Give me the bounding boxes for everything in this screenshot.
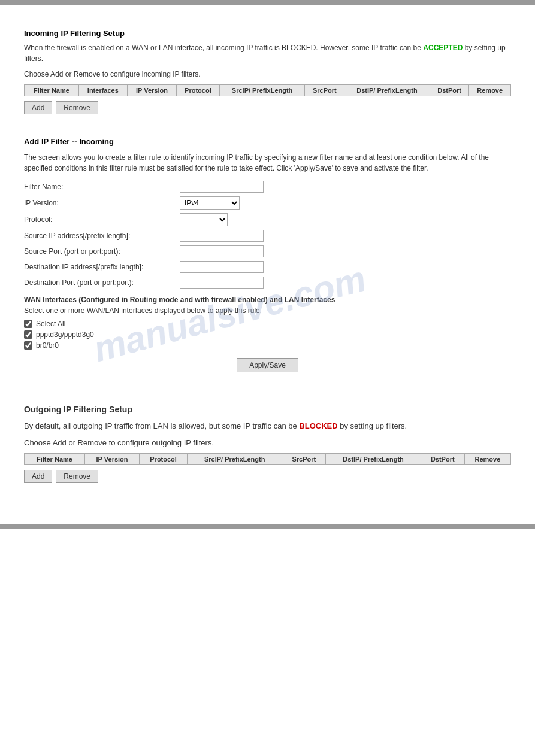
section-divider-1 xyxy=(24,119,511,137)
incoming-remove-button[interactable]: Remove xyxy=(56,101,98,114)
outgoing-description2: Choose Add or Remove to configure outgoi… xyxy=(24,437,511,449)
outgoing-filter-table: Filter NameIP VersionProtocolSrcIP/ Pref… xyxy=(24,453,511,465)
ip-version-row: IP Version: IPv4IPv6 xyxy=(24,196,511,210)
incoming-table-wrapper: Filter NameInterfacesIP VersionProtocolS… xyxy=(24,84,511,96)
source-ip-input[interactable] xyxy=(180,230,264,242)
incoming-table-header: IP Version xyxy=(127,85,176,96)
dest-ip-label: Destination IP address[/prefix length]: xyxy=(24,263,180,271)
incoming-description1: When the firewall is enabled on a WAN or… xyxy=(24,42,511,64)
incoming-description2: Choose Add or Remove to configure incomi… xyxy=(24,69,511,80)
outgoing-section: Outgoing IP Filtering Setup By default, … xyxy=(24,405,511,483)
incoming-table-header: Protocol xyxy=(177,85,220,96)
outgoing-table-header: IP Version xyxy=(84,454,139,465)
outgoing-add-button[interactable]: Add xyxy=(24,470,52,483)
add-filter-description: The screen allows you to create a filter… xyxy=(24,152,511,174)
outgoing-btn-group: Add Remove xyxy=(24,470,511,483)
checkbox-2[interactable] xyxy=(24,341,32,350)
interfaces-title: WAN Interfaces (Configured in Routing mo… xyxy=(24,296,511,304)
interfaces-subtitle: Select one or more WAN/LAN interfaces di… xyxy=(24,306,511,315)
outgoing-table-header-row: Filter NameIP VersionProtocolSrcIP/ Pref… xyxy=(25,454,511,465)
protocol-select[interactable] xyxy=(180,213,228,226)
checkbox-row-1: ppptd3g/ppptd3g0 xyxy=(24,330,511,339)
outgoing-table-header: Filter Name xyxy=(25,454,85,465)
main-content: Incoming IP Filtering Setup When the fir… xyxy=(0,17,535,512)
incoming-table-header: SrcPort xyxy=(305,85,344,96)
filter-name-label: Filter Name: xyxy=(24,183,180,191)
apply-save-button[interactable]: Apply/Save xyxy=(237,358,298,372)
checkbox-label-0: Select All xyxy=(36,320,65,328)
dest-port-label: Destination Port (port or port:port): xyxy=(24,278,180,287)
source-ip-row: Source IP address[/prefix length]: xyxy=(24,230,511,242)
checkbox-row-2: br0/br0 xyxy=(24,341,511,350)
blocked-highlight: BLOCKED xyxy=(299,421,337,430)
interfaces-section: WAN Interfaces (Configured in Routing mo… xyxy=(24,296,511,350)
dest-ip-row: Destination IP address[/prefix length]: xyxy=(24,261,511,273)
incoming-table-header: DstIP/ PrefixLength xyxy=(344,85,430,96)
dest-ip-input[interactable] xyxy=(180,261,264,273)
filter-name-input[interactable] xyxy=(180,181,264,193)
incoming-table-header-row: Filter NameInterfacesIP VersionProtocolS… xyxy=(25,85,511,96)
checkbox-0[interactable] xyxy=(24,320,32,328)
page-wrapper: manualsive.com Incoming IP Filtering Set… xyxy=(0,0,535,756)
incoming-btn-group: Add Remove xyxy=(24,101,511,114)
incoming-table-header: DstPort xyxy=(430,85,469,96)
protocol-row: Protocol: xyxy=(24,213,511,226)
outgoing-table-header: Remove xyxy=(464,454,510,465)
dest-port-input[interactable] xyxy=(180,277,264,289)
ip-version-label: IP Version: xyxy=(24,199,180,207)
outgoing-table-header: DstIP/ PrefixLength xyxy=(326,454,421,465)
outgoing-table-header: DstPort xyxy=(421,454,464,465)
ip-version-select[interactable]: IPv4IPv6 xyxy=(180,196,240,210)
source-port-row: Source Port (port or port:port): xyxy=(24,245,511,257)
outgoing-table-wrapper: Filter NameIP VersionProtocolSrcIP/ Pref… xyxy=(24,453,511,465)
filter-name-row: Filter Name: xyxy=(24,181,511,193)
outgoing-section-title: Outgoing IP Filtering Setup xyxy=(24,405,511,414)
incoming-section: Incoming IP Filtering Setup When the fir… xyxy=(24,29,511,114)
section-divider-2 xyxy=(24,381,511,399)
incoming-table-header: SrcIP/ PrefixLength xyxy=(219,85,305,96)
incoming-table-header: Filter Name xyxy=(25,85,79,96)
source-ip-label: Source IP address[/prefix length]: xyxy=(24,232,180,240)
outgoing-description1: By default, all outgoing IP traffic from… xyxy=(24,420,511,432)
checkbox-label-2: br0/br0 xyxy=(36,341,59,350)
incoming-filter-table: Filter NameInterfacesIP VersionProtocolS… xyxy=(24,84,511,96)
incoming-add-button[interactable]: Add xyxy=(24,101,52,114)
incoming-table-header: Remove xyxy=(469,85,511,96)
outgoing-remove-button[interactable]: Remove xyxy=(56,470,98,483)
incoming-table-header: Interfaces xyxy=(78,85,127,96)
checkbox-label-1: ppptd3g/ppptd3g0 xyxy=(36,330,94,339)
top-bar xyxy=(0,0,535,5)
outgoing-table-header: SrcIP/ PrefixLength xyxy=(187,454,282,465)
checkbox-row-0: Select All xyxy=(24,320,511,328)
checkboxes-container: Select Allppptd3g/ppptd3g0br0/br0 xyxy=(24,320,511,350)
outgoing-table-header: Protocol xyxy=(140,454,188,465)
dest-port-row: Destination Port (port or port:port): xyxy=(24,277,511,289)
outgoing-table-header: SrcPort xyxy=(282,454,326,465)
accepted-highlight: ACCEPTED xyxy=(423,44,463,52)
apply-save-container: Apply/Save xyxy=(24,358,511,372)
source-port-label: Source Port (port or port:port): xyxy=(24,247,180,256)
protocol-label: Protocol: xyxy=(24,215,180,224)
add-filter-section: Add IP Filter -- Incoming The screen all… xyxy=(24,137,511,372)
bottom-bar xyxy=(0,524,535,529)
add-filter-title: Add IP Filter -- Incoming xyxy=(24,137,511,146)
incoming-section-title: Incoming IP Filtering Setup xyxy=(24,29,511,38)
source-port-input[interactable] xyxy=(180,245,264,257)
checkbox-1[interactable] xyxy=(24,330,32,339)
